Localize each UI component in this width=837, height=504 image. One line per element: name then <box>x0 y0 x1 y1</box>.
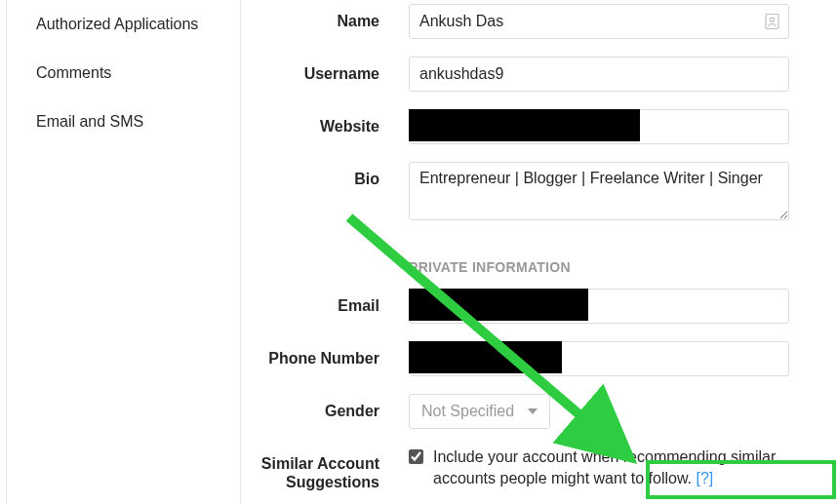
website-label: Website <box>253 109 409 136</box>
private-info-header: PRIVATE INFORMATION <box>409 259 825 275</box>
gender-value: Not Specified <box>421 403 514 420</box>
similar-checkbox[interactable] <box>409 449 423 464</box>
similar-label: Similar Account Suggestions <box>253 446 409 491</box>
email-label: Email <box>253 289 409 315</box>
sidebar-item-comments[interactable]: Comments <box>7 49 240 97</box>
sidebar-item-label: Authorized Applications <box>36 16 198 32</box>
name-label: Name <box>253 4 409 30</box>
sidebar-item-label: Email and SMS <box>36 113 143 130</box>
bio-textarea[interactable] <box>409 162 789 220</box>
settings-sidebar: Authorized Applications Comments Email a… <box>7 0 241 504</box>
username-label: Username <box>253 57 409 83</box>
similar-description: Include your account when recommending s… <box>433 446 825 488</box>
chevron-down-icon <box>528 408 538 414</box>
redacted-overlay <box>409 289 588 321</box>
sidebar-item-label: Comments <box>36 64 111 81</box>
redacted-overlay <box>409 341 562 373</box>
bio-label: Bio <box>253 162 409 188</box>
gender-label: Gender <box>253 394 409 420</box>
contact-icon <box>765 14 779 30</box>
sidebar-item-email-sms[interactable]: Email and SMS <box>7 97 240 146</box>
gender-select[interactable]: Not Specified <box>409 394 550 429</box>
edit-profile-form: Name Username Website <box>241 0 837 504</box>
redacted-overlay <box>409 109 640 141</box>
username-input[interactable] <box>409 57 789 92</box>
help-link[interactable]: [?] <box>697 470 714 486</box>
phone-label: Phone Number <box>253 341 409 368</box>
name-input[interactable] <box>409 4 789 39</box>
sidebar-item-authorized-apps[interactable]: Authorized Applications <box>7 0 240 49</box>
svg-point-1 <box>770 18 774 21</box>
